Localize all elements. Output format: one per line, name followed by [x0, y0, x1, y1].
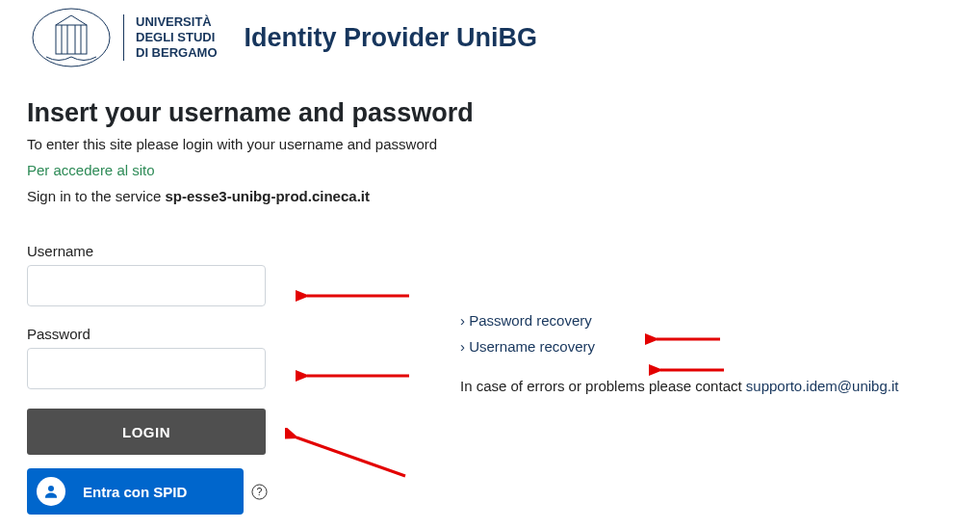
- columns: Username Password LOGIN Entra con SPID: [27, 243, 953, 515]
- password-label: Password: [27, 326, 268, 342]
- uni-line-1: UNIVERSITÀ: [136, 14, 218, 30]
- idp-title: Identity Provider UniBG: [245, 23, 538, 53]
- username-recovery-link[interactable]: Username recovery: [460, 338, 953, 355]
- logo-block: UNIVERSITÀ DEGLI STUDI DI BERGAMO: [27, 4, 218, 71]
- username-input[interactable]: [27, 265, 266, 306]
- service-name: sp-esse3-unibg-prod.cineca.it: [165, 188, 370, 204]
- contact-line: In case of errors or problems please con…: [460, 378, 953, 394]
- header: UNIVERSITÀ DEGLI STUDI DI BERGAMO Identi…: [27, 4, 953, 71]
- spid-help-icon[interactable]: ?: [251, 483, 268, 500]
- page-heading: Insert your username and password: [27, 98, 953, 128]
- username-label: Username: [27, 243, 268, 259]
- svg-point-0: [33, 9, 110, 66]
- password-recovery-link[interactable]: Password recovery: [460, 312, 953, 329]
- right-column: Password recovery Username recovery In c…: [460, 243, 953, 515]
- service-line: Sign in to the service sp-esse3-unibg-pr…: [27, 188, 953, 204]
- login-button[interactable]: LOGIN: [27, 409, 266, 455]
- uni-line-3: DI BERGAMO: [136, 45, 218, 61]
- university-name: UNIVERSITÀ DEGLI STUDI DI BERGAMO: [123, 14, 218, 62]
- spid-button[interactable]: Entra con SPID: [27, 468, 244, 515]
- svg-rect-1: [56, 25, 87, 54]
- intro-subtext: To enter this site please login with you…: [27, 136, 953, 152]
- uni-line-2: DEGLI STUDI: [136, 30, 218, 45]
- contact-email-link[interactable]: supporto.idem@unibg.it: [746, 378, 899, 394]
- password-input[interactable]: [27, 348, 266, 389]
- spid-row: Entra con SPID ?: [27, 468, 268, 515]
- university-seal-icon: [27, 4, 116, 71]
- page: UNIVERSITÀ DEGLI STUDI DI BERGAMO Identi…: [27, 4, 953, 515]
- spid-user-icon: [37, 477, 65, 506]
- spid-button-label: Entra con SPID: [83, 484, 187, 500]
- svg-point-6: [48, 486, 54, 491]
- login-form: Username Password LOGIN Entra con SPID: [27, 243, 268, 515]
- svg-text:?: ?: [257, 487, 263, 497]
- access-site-link[interactable]: Per accedere al sito: [27, 162, 953, 178]
- contact-text: In case of errors or problems please con…: [460, 378, 746, 394]
- service-prefix: Sign in to the service: [27, 188, 165, 204]
